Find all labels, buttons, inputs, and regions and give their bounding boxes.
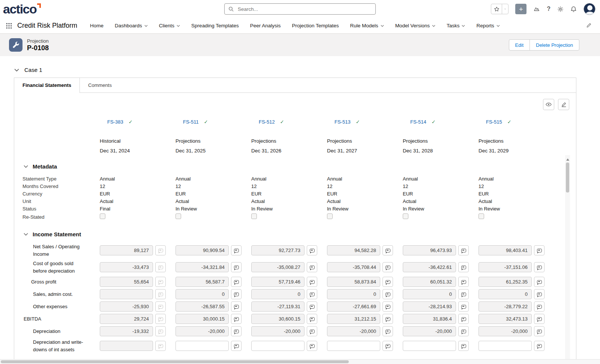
- global-actions-button[interactable]: +: [515, 4, 526, 14]
- nav-item-projection-templates[interactable]: Projection Templates: [292, 23, 339, 28]
- guidance-button[interactable]: [533, 6, 540, 12]
- restated-checkbox[interactable]: [251, 213, 257, 219]
- help-button[interactable]: ?: [547, 6, 550, 12]
- search-input[interactable]: [237, 6, 372, 12]
- nav-item-tasks[interactable]: Tasks: [447, 23, 465, 28]
- comment-button[interactable]: [534, 289, 544, 299]
- amount-input[interactable]: [478, 341, 532, 351]
- horizontal-scrollbar[interactable]: [0, 359, 600, 364]
- amount-input[interactable]: [478, 301, 532, 312]
- comment-button[interactable]: [534, 314, 544, 324]
- app-launcher-button[interactable]: [6, 23, 12, 29]
- amount-input[interactable]: [403, 314, 456, 324]
- comment-button[interactable]: [382, 341, 393, 351]
- amount-input[interactable]: [327, 314, 380, 324]
- amount-input[interactable]: [327, 326, 380, 336]
- favorites-button[interactable]: [491, 4, 502, 14]
- comment-button[interactable]: [382, 326, 393, 336]
- comment-button[interactable]: [534, 245, 544, 255]
- edit-button[interactable]: Edit: [509, 39, 530, 51]
- statement-link[interactable]: FS-514: [410, 119, 426, 125]
- edit-sheet-button[interactable]: [558, 99, 569, 110]
- setup-gear-button[interactable]: [557, 6, 564, 12]
- comment-button[interactable]: [458, 341, 469, 351]
- amount-input[interactable]: [251, 289, 304, 299]
- nav-item-reports[interactable]: Reports: [476, 23, 500, 28]
- comment-button[interactable]: [307, 341, 317, 351]
- comment-button[interactable]: [231, 341, 242, 351]
- comment-button[interactable]: [458, 277, 469, 287]
- statement-link[interactable]: FS-383: [107, 119, 123, 125]
- collapse-chevron-icon[interactable]: [14, 69, 19, 72]
- comment-button[interactable]: [382, 262, 393, 272]
- amount-input[interactable]: [100, 301, 153, 312]
- amount-input[interactable]: [251, 245, 304, 255]
- comment-button[interactable]: [231, 326, 242, 336]
- amount-input[interactable]: [403, 341, 456, 351]
- amount-input[interactable]: [478, 245, 532, 255]
- comment-button[interactable]: [155, 262, 166, 272]
- amount-input[interactable]: [251, 262, 304, 272]
- amount-input[interactable]: [176, 277, 229, 287]
- comment-button[interactable]: [382, 289, 393, 299]
- restated-checkbox[interactable]: [327, 213, 333, 219]
- amount-input[interactable]: [478, 314, 532, 324]
- tab-financial-statements[interactable]: Financial Statements: [14, 78, 80, 92]
- horizontal-scrollbar-thumb[interactable]: [1, 360, 349, 363]
- amount-input[interactable]: [251, 277, 304, 287]
- amount-input[interactable]: [327, 262, 380, 272]
- preview-button[interactable]: [543, 99, 554, 110]
- nav-item-model-versions[interactable]: Model Versions: [395, 23, 435, 28]
- amount-input[interactable]: [100, 277, 153, 287]
- amount-input[interactable]: [251, 314, 304, 324]
- statement-link[interactable]: FS-511: [183, 119, 199, 125]
- comment-button[interactable]: [155, 289, 166, 299]
- amount-input[interactable]: [176, 245, 229, 255]
- delete-projection-button[interactable]: Delete Projection: [530, 39, 579, 51]
- amount-input[interactable]: [327, 341, 380, 351]
- statement-link[interactable]: FS-513: [334, 119, 351, 125]
- amount-input[interactable]: [176, 289, 229, 299]
- restated-checkbox[interactable]: [403, 213, 408, 219]
- notifications-bell-button[interactable]: [570, 6, 577, 12]
- comment-button[interactable]: [307, 326, 317, 336]
- comment-button[interactable]: [155, 314, 166, 324]
- restated-checkbox[interactable]: [478, 213, 484, 219]
- amount-input[interactable]: [403, 245, 456, 255]
- amount-input[interactable]: [327, 301, 380, 312]
- amount-input[interactable]: [176, 341, 229, 351]
- user-avatar[interactable]: [584, 3, 596, 15]
- comment-button[interactable]: [534, 341, 544, 351]
- favorites-dropdown-button[interactable]: [502, 4, 508, 14]
- comment-button[interactable]: [307, 277, 317, 287]
- scroll-up-arrow-icon[interactable]: [566, 157, 569, 161]
- amount-input[interactable]: [327, 245, 380, 255]
- comment-button[interactable]: [231, 314, 242, 324]
- comment-button[interactable]: [231, 262, 242, 272]
- nav-item-home[interactable]: Home: [90, 23, 104, 28]
- comment-button[interactable]: [382, 245, 393, 255]
- comment-button[interactable]: [307, 314, 317, 324]
- amount-input[interactable]: [100, 289, 153, 299]
- amount-input[interactable]: [403, 277, 456, 287]
- comment-button[interactable]: [231, 289, 242, 299]
- nav-item-spreading-templates[interactable]: Spreading Templates: [191, 23, 239, 28]
- vertical-scrollbar[interactable]: [565, 155, 570, 362]
- amount-input[interactable]: [327, 277, 380, 287]
- amount-input[interactable]: [478, 277, 532, 287]
- nav-item-rule-models[interactable]: Rule Models: [350, 23, 384, 28]
- amount-input[interactable]: [403, 262, 456, 272]
- amount-input[interactable]: [100, 262, 153, 272]
- comment-button[interactable]: [458, 262, 469, 272]
- restated-checkbox[interactable]: [100, 213, 105, 219]
- amount-input[interactable]: [176, 262, 229, 272]
- comment-button[interactable]: [155, 326, 166, 336]
- nav-item-dashboards[interactable]: Dashboards: [115, 23, 148, 28]
- amount-input[interactable]: [176, 326, 229, 336]
- statement-link[interactable]: FS-512: [259, 119, 275, 125]
- comment-button[interactable]: [382, 314, 393, 324]
- comment-button[interactable]: [231, 245, 242, 255]
- amount-input[interactable]: [403, 301, 456, 312]
- comment-button[interactable]: [155, 245, 166, 255]
- amount-input[interactable]: [100, 245, 153, 255]
